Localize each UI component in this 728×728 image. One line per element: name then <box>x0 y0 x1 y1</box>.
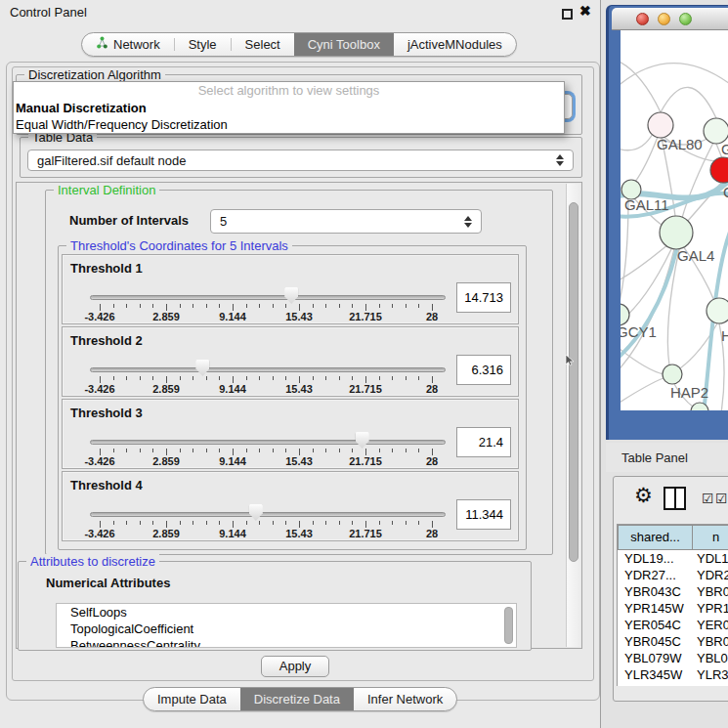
shared-name-cell: YIL052C <box>618 683 692 686</box>
close-icon[interactable]: ✖ <box>579 3 591 19</box>
minor-tick <box>193 521 193 525</box>
table-row[interactable]: YPR145WYPR1 <box>618 600 728 617</box>
table-row[interactable]: YER054CYER0 <box>618 617 728 633</box>
major-tick <box>166 304 167 311</box>
table-row[interactable]: YBR045CYBR0 <box>618 633 728 650</box>
tab-label: Cyni Toolbox <box>308 37 380 52</box>
attribute-list-item[interactable]: SelfLoops <box>57 604 516 621</box>
tab-select[interactable]: Select <box>232 33 294 56</box>
shared-name-cell: YDR27... <box>618 567 692 583</box>
threshold-value-field[interactable]: 21.4 <box>456 427 511 457</box>
apply-button[interactable]: Apply <box>261 656 329 677</box>
minor-tick <box>418 304 419 308</box>
table-row[interactable]: YIL052CYIL0 <box>618 683 728 686</box>
minor-tick <box>152 449 153 452</box>
major-tick <box>299 376 300 383</box>
table-row[interactable]: YDR27...YDR2 <box>618 567 728 583</box>
threshold-slider-handle[interactable] <box>284 287 298 304</box>
tab-network[interactable]: Network <box>82 33 174 56</box>
tick-label: 21.715 <box>344 383 387 395</box>
tab-cyni-toolbox[interactable]: Cyni Toolbox <box>294 33 394 56</box>
table-row[interactable]: YBL079WYBL0 <box>618 650 728 666</box>
minor-tick <box>246 304 247 308</box>
bottom-tab-impute-data[interactable]: Impute Data <box>144 688 240 710</box>
major-tick <box>365 449 366 455</box>
attributes-scrollbar-thumb[interactable] <box>504 607 513 644</box>
algorithm-option-manual[interactable]: Manual Discretization <box>14 100 564 116</box>
network-window-titlebar[interactable] <box>612 8 728 30</box>
algorithm-hint-item[interactable]: Select algorithm to view settings <box>14 82 564 100</box>
tick-label: 15.43 <box>278 311 321 322</box>
minor-tick <box>219 304 220 308</box>
table-row[interactable]: YDL19...YDL1 <box>618 550 728 567</box>
table-data-combobox-value: galFiltered.sif default node <box>37 153 186 168</box>
network-edge <box>621 378 664 406</box>
attribute-list-item[interactable]: TopologicalCoefficient <box>57 621 516 637</box>
attributes-group-label: Attributes to discretize <box>26 554 159 569</box>
minor-tick <box>140 521 141 525</box>
minor-tick <box>313 304 314 308</box>
algorithm-option-equal-width[interactable]: Equal Width/Frequency Discretization <box>14 116 564 133</box>
network-node[interactable] <box>663 364 682 384</box>
column-header-shared-name[interactable]: shared... <box>618 525 693 550</box>
tick-label: 9.144 <box>211 311 254 322</box>
vertical-scrollbar-thumb[interactable] <box>569 202 578 562</box>
minimize-traffic-light-icon[interactable] <box>658 13 670 25</box>
threshold-slider-handle[interactable] <box>195 360 209 376</box>
attribute-list-item[interactable]: BetweennessCentrality <box>57 637 516 648</box>
threshold-slider-track[interactable] <box>90 512 446 517</box>
checkbox-icon[interactable]: ☑ <box>702 491 714 506</box>
network-node-label: HAP2 <box>670 384 708 401</box>
tick-label: 15.43 <box>278 383 321 395</box>
major-tick <box>299 449 300 455</box>
tick-label: 15.43 <box>278 528 321 539</box>
close-traffic-light-icon[interactable] <box>636 13 649 25</box>
minor-tick <box>113 449 114 452</box>
table-row[interactable]: YBR043CYBR0 <box>618 583 728 600</box>
minor-tick <box>379 304 380 308</box>
threshold-value-field[interactable]: 6.316 <box>456 355 511 385</box>
checkbox-icon[interactable]: ☑ <box>715 491 728 506</box>
table-row[interactable]: YLR345WYLR3 <box>618 666 728 683</box>
gear-icon[interactable]: ⚙ <box>634 484 653 507</box>
network-canvas[interactable]: GAL80GACGAL11GAL4GCY1HHAP2 <box>621 30 728 410</box>
major-tick <box>365 376 366 383</box>
name-cell: YBR0 <box>692 583 728 600</box>
control-panel-title: Control Panel <box>10 5 87 20</box>
minor-tick <box>339 449 340 452</box>
tab-style[interactable]: Style <box>175 33 231 56</box>
zoom-traffic-light-icon[interactable] <box>679 13 692 25</box>
network-node[interactable] <box>660 216 693 249</box>
vertical-scrollbar[interactable] <box>566 184 580 647</box>
tick-label: -3.426 <box>78 383 121 395</box>
network-node[interactable] <box>648 112 673 138</box>
mouse-cursor-icon <box>565 355 576 366</box>
network-node-label: H <box>721 327 728 344</box>
threshold-value-field[interactable]: 14.713 <box>456 282 511 313</box>
minor-tick <box>313 521 314 525</box>
bottom-tab-infer-network[interactable]: Infer Network <box>354 688 456 710</box>
table-data-group: Table Data galFiltered.sif default node <box>20 137 582 178</box>
interval-definition-group: Interval Definition Number of Intervals … <box>45 190 553 555</box>
minor-tick <box>219 449 220 452</box>
bottom-tab-discretize-data[interactable]: Discretize Data <box>240 688 354 710</box>
minor-tick <box>392 521 393 525</box>
threshold-slider-track[interactable] <box>90 440 446 445</box>
columns-icon[interactable] <box>664 487 686 510</box>
threshold-slider-track[interactable] <box>90 295 446 300</box>
threshold-slider-handle[interactable] <box>356 432 369 449</box>
network-node[interactable] <box>707 298 728 323</box>
tab-jactivemnodules[interactable]: jActiveMNodules <box>394 33 516 56</box>
table-data-combobox[interactable]: galFiltered.sif default node <box>27 150 574 171</box>
minor-tick <box>325 376 326 380</box>
minor-tick <box>140 376 141 380</box>
threshold-slider-handle[interactable] <box>249 504 263 521</box>
threshold-value-field[interactable]: 11.344 <box>456 499 511 530</box>
tick-label: 2.859 <box>145 455 188 467</box>
threshold-label: Threshold 1 <box>70 261 143 276</box>
threshold-slider-track[interactable] <box>90 367 446 372</box>
network-node[interactable] <box>621 304 629 325</box>
number-of-intervals-combobox[interactable]: 5 <box>210 209 482 234</box>
column-header-name[interactable]: n <box>692 525 728 550</box>
float-window-icon[interactable] <box>562 9 573 20</box>
